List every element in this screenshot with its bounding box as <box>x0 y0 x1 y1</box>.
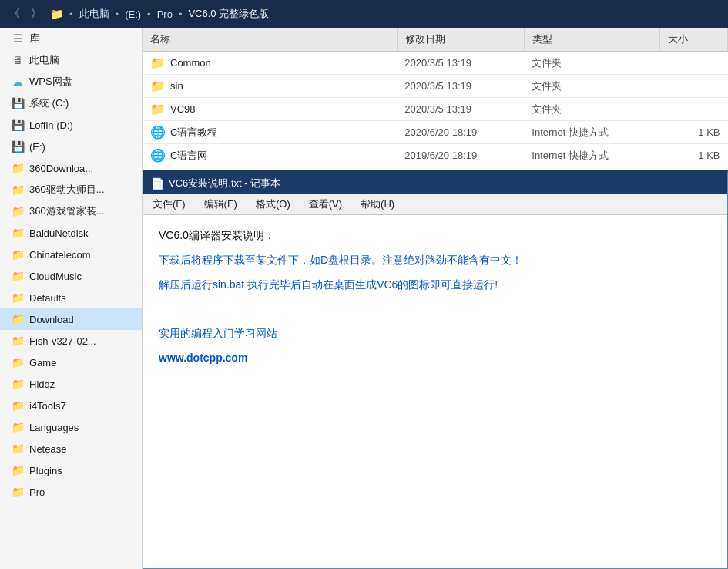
sidebar-item-defaults[interactable]: 📁 Defaults <box>0 287 142 308</box>
menu-edit[interactable]: 编辑(E) <box>195 194 247 214</box>
nav-forward[interactable]: 》 <box>28 5 45 22</box>
file-date: 2020/6/20 18:19 <box>397 121 524 144</box>
table-row[interactable]: 📁 sin 2020/3/5 13:19 文件夹 <box>143 75 728 98</box>
folder-download-icon: 📁 <box>11 312 25 326</box>
folder-cloud-icon: 📁 <box>11 269 25 283</box>
nav-back[interactable]: 《 <box>6 5 23 22</box>
col-size[interactable]: 大小 <box>659 28 727 52</box>
folder-icon: 📁 <box>150 102 166 116</box>
folder-360dr-icon: 📁 <box>11 183 25 197</box>
sidebar-item-sys-c[interactable]: 💾 系统 (C:) <box>0 93 142 114</box>
notepad-line1-text: 下载后将程序下载至某文件下，如D盘根目录。注意绝对路劲不能含有中文！ <box>159 254 522 266</box>
sidebar-item-loffin-d[interactable]: 💾 Loffin (D:) <box>0 114 142 136</box>
file-name-cell: 🌐 C语言教程 <box>143 121 397 144</box>
sidebar-item-baidu[interactable]: 📁 BaiduNetdisk <box>0 222 142 244</box>
sidebar-item-hlddz[interactable]: 📁 Hlddz <box>0 373 142 395</box>
folder-360d-icon: 📁 <box>11 161 25 175</box>
folder-360g-icon: 📁 <box>11 204 25 218</box>
file-date: 2020/3/5 13:19 <box>397 52 524 75</box>
folder-pro-icon: 📁 <box>11 485 25 499</box>
file-type: 文件夹 <box>524 52 659 75</box>
file-name: VC98 <box>170 103 196 115</box>
drive-e-icon: 💾 <box>11 140 25 153</box>
file-type: 文件夹 <box>524 75 659 98</box>
folder-icon: 📁 <box>49 7 63 21</box>
folder-fish-icon: 📁 <box>11 334 25 348</box>
file-size: 1 KB <box>659 121 727 144</box>
sidebar-item-library[interactable]: ☰ 库 <box>0 28 142 49</box>
file-type: Internet 快捷方式 <box>524 144 659 167</box>
breadcrumb-e[interactable]: (E:) <box>125 8 141 20</box>
notepad-title: VC6安装说明.txt - 记事本 <box>169 177 280 190</box>
folder-i4tools-icon: 📁 <box>11 399 25 412</box>
sidebar-item-e[interactable]: 💾 (E:) <box>0 136 142 157</box>
file-name-cell: 🌐 C语言网 <box>143 144 397 167</box>
sidebar-item-game[interactable]: 📁 Game <box>0 352 142 373</box>
folder-defaults-icon: 📁 <box>11 291 25 305</box>
folder-hlddz-icon: 📁 <box>11 377 25 391</box>
menu-help[interactable]: 帮助(H) <box>351 194 404 214</box>
folder-plugins-icon: 📁 <box>11 463 25 477</box>
file-name-cell: 📁 Common <box>143 52 397 75</box>
table-header-row: 名称 修改日期 类型 大小 <box>143 28 728 52</box>
sidebar-item-fish[interactable]: 📁 Fish-v327-02... <box>0 330 142 352</box>
sidebar-item-360download[interactable]: 📁 360Downloa... <box>0 157 142 179</box>
file-size <box>659 75 727 98</box>
sidebar-item-chinatelecom[interactable]: 📁 Chinatelecom <box>0 244 142 265</box>
col-type[interactable]: 类型 <box>524 28 659 52</box>
notepad-footer1: 实用的编程入门学习网站 <box>159 325 712 343</box>
file-name: sin <box>170 80 183 92</box>
table-row[interactable]: 🌐 C语言网 2019/6/20 18:19 Internet 快捷方式 1 K… <box>143 144 728 167</box>
file-name: Common <box>170 57 211 69</box>
notepad-line2: 解压后运行sin.bat 执行完毕后自动在桌面生成VC6的图标即可直接运行! <box>159 276 712 295</box>
folder-netease-icon: 📁 <box>11 442 25 456</box>
file-size: 1 KB <box>659 144 727 167</box>
sidebar-item-pro[interactable]: 📁 Pro <box>0 481 142 503</box>
folder-icon: 📁 <box>150 79 166 93</box>
sidebar-item-cloudmusic[interactable]: 📁 CloudMusic <box>0 265 142 287</box>
sidebar-item-i4tools[interactable]: 📁 i4Tools7 <box>0 395 142 416</box>
breadcrumb-pro[interactable]: Pro <box>157 8 173 20</box>
folder-china-icon: 📁 <box>11 247 25 261</box>
drive-c-icon: 💾 <box>11 96 25 110</box>
file-name: C语言网 <box>170 149 207 163</box>
table-row[interactable]: 📁 Common 2020/3/5 13:19 文件夹 <box>143 52 728 75</box>
file-name-cell: 📁 VC98 <box>143 98 397 121</box>
notepad-footer2: www.dotcpp.com <box>159 349 712 368</box>
col-name[interactable]: 名称 <box>143 28 397 52</box>
sidebar-item-download[interactable]: 📁 Download <box>0 308 142 330</box>
sidebar-item-thispc[interactable]: 🖥 此电脑 <box>0 49 142 71</box>
notepad-titlebar: 📄 VC6安装说明.txt - 记事本 <box>143 173 727 194</box>
menu-format[interactable]: 格式(O) <box>247 194 300 214</box>
notepad-line2-text: 解压后运行sin.bat 执行完毕后自动在桌面生成VC6的图标即可直接运行! <box>159 278 498 291</box>
notepad-heading: VC6.0编译器安装说明： <box>159 227 712 245</box>
notepad-window: 📄 VC6安装说明.txt - 记事本 文件(F) 编辑(E) 格式(O) 查看… <box>143 170 728 569</box>
breadcrumb-vc6[interactable]: VC6.0 完整绿色版 <box>188 7 269 21</box>
sidebar-item-wps[interactable]: ☁ WPS网盘 <box>0 71 142 93</box>
title-bar: 《 》 📁 • 此电脑 • (E:) • Pro • VC6.0 完整绿色版 <box>0 0 728 28</box>
col-date[interactable]: 修改日期 <box>397 28 524 52</box>
menu-file[interactable]: 文件(F) <box>143 194 195 214</box>
sidebar-item-360game[interactable]: 📁 360游戏管家装... <box>0 200 142 222</box>
table-row[interactable]: 📁 VC98 2020/3/5 13:19 文件夹 <box>143 98 728 121</box>
library-icon: ☰ <box>11 32 25 45</box>
notepad-content: VC6.0编译器安装说明： 下载后将程序下载至某文件下，如D盘根目录。注意绝对路… <box>143 215 727 568</box>
folder-baidu-icon: 📁 <box>11 226 25 240</box>
folder-icon: 📁 <box>150 56 166 70</box>
file-name: C语言教程 <box>170 126 217 140</box>
folder-lang-icon: 📁 <box>11 420 25 434</box>
sidebar-item-netease[interactable]: 📁 Netease <box>0 438 142 460</box>
table-row[interactable]: 🌐 C语言教程 2020/6/20 18:19 Internet 快捷方式 1 … <box>143 121 728 144</box>
menu-view[interactable]: 查看(V) <box>300 194 351 214</box>
notepad-line1: 下载后将程序下载至某文件下，如D盘根目录。注意绝对路劲不能含有中文！ <box>159 251 712 270</box>
file-name-cell: 📁 sin <box>143 75 397 98</box>
sidebar-item-languages[interactable]: 📁 Languages <box>0 416 142 438</box>
breadcrumb-thispc[interactable]: 此电脑 <box>79 7 109 21</box>
file-pane: 名称 修改日期 类型 大小 📁 Common 2020/3/5 13:19 文件… <box>143 28 728 569</box>
sidebar: ☰ 库 🖥 此电脑 ☁ WPS网盘 💾 系统 (C:) 💾 Loffin (D:… <box>0 28 143 569</box>
sidebar-item-360driver[interactable]: 📁 360驱动大师目... <box>0 179 142 200</box>
file-date: 2020/3/5 13:19 <box>397 98 524 121</box>
drive-d-icon: 💾 <box>11 118 25 132</box>
sidebar-item-plugins[interactable]: 📁 Plugins <box>0 460 142 481</box>
file-size <box>659 98 727 121</box>
